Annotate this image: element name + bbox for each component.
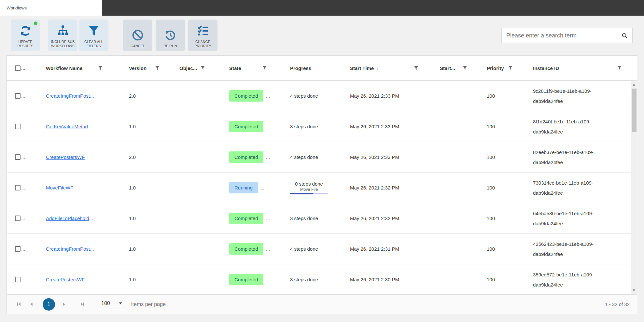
previous-page-button[interactable] [26, 300, 36, 309]
header-priority-label: Priority [487, 65, 504, 71]
vertical-scrollbar [631, 81, 637, 294]
header-progress[interactable]: Progress [272, 56, 342, 80]
priority-cell: 100 [472, 203, 518, 233]
state-badge: Completed [229, 274, 263, 285]
start-time-cell: May 26, 2021 2:32 PM [342, 203, 424, 233]
workflow-name-link[interactable]: CreateImgFromPost [46, 246, 90, 252]
state-cell: Completed ... [210, 264, 272, 295]
header-state-label: State [229, 65, 241, 71]
clear-filters-label-2: FILTERS [87, 44, 101, 48]
scrollbar-thumb[interactable] [632, 89, 637, 132]
instance-id-line2: dab9fda24fee [533, 280, 594, 290]
row-select-ellipsis: ... [21, 93, 25, 99]
instance-id-line1: 8f1d240f-be1e-11eb-a109- [533, 117, 591, 127]
version-filter-icon[interactable] [155, 66, 160, 70]
row-select-cell: ... [7, 111, 38, 142]
first-page-button[interactable] [14, 300, 24, 309]
workflow-name-link[interactable]: CreatePostersWF [46, 154, 85, 160]
version-cell: 1.0 [108, 173, 165, 203]
instance-id-filter-icon[interactable] [617, 66, 622, 70]
workflow-name-link[interactable]: CreatePostersWF [46, 277, 85, 282]
instance-id-line1: 359ed572-be1e-11eb-a109- [533, 270, 594, 280]
header-select-all[interactable]: ... [7, 56, 38, 80]
change-priority-button[interactable]: CHANGEPRIORITY [188, 20, 217, 51]
instance-id-line1: 64e5a586-be1e-11eb-a109- [533, 208, 594, 218]
priority-filter-icon[interactable] [508, 66, 513, 70]
workflow-name-link[interactable]: MoveFileWF [46, 185, 73, 190]
header-select-ellipsis: ... [21, 65, 25, 71]
header-object[interactable]: Objec... [165, 56, 210, 80]
row-select-ellipsis: ... [21, 246, 25, 252]
tab-title: Workflows [7, 6, 27, 10]
search-input[interactable] [502, 32, 622, 39]
cancel-button[interactable]: CANCEL [123, 20, 152, 51]
last-page-button[interactable] [77, 300, 87, 309]
started-cell [424, 81, 472, 111]
header-start-time[interactable]: Start Time ↓ [342, 56, 424, 80]
cancel-icon [131, 28, 144, 42]
instance-id-line1: 9c2811f9-be1e-11eb-a109- [533, 86, 592, 96]
instance-id-line2: dab9fda24fee [533, 188, 593, 198]
tab-workflows[interactable]: Workflows [0, 0, 102, 16]
update-indicator-dot [34, 21, 37, 25]
started-filter-icon[interactable] [463, 66, 467, 70]
progress-cell: 4 steps done [272, 234, 342, 264]
row-select-ellipsis: ... [21, 216, 25, 221]
workflow-name-cell: MoveFileWF [38, 173, 108, 203]
include-sub-label-1: INCLUDE SUB [51, 40, 75, 44]
start-time-filter-icon[interactable] [414, 66, 418, 70]
next-page-button[interactable] [59, 300, 69, 309]
update-results-button[interactable]: UPDATERESULTS [11, 20, 40, 51]
header-state[interactable]: State [210, 56, 272, 80]
state-ellipsis: ... [266, 93, 270, 99]
workflow-name-link[interactable]: CreateImgFromPost [46, 93, 90, 99]
page-range-label: 1 - 32 of 32 [605, 301, 630, 307]
page-size-dropdown[interactable]: 100 [99, 299, 125, 309]
header-priority[interactable]: Priority [472, 56, 518, 80]
re-run-button[interactable]: RE RUN [156, 20, 185, 51]
instance-id-line2: dab9fda24fee [533, 218, 594, 229]
row-checkbox[interactable] [15, 124, 21, 129]
grid-header: ... Workflow Name Version Objec... State [7, 56, 637, 81]
workflow-name-link[interactable]: GetKeyValueMetad [46, 124, 88, 129]
state-ellipsis: ... [266, 277, 270, 282]
scrollbar-down-arrow-icon[interactable] [633, 289, 635, 291]
priority-cell: 100 [472, 111, 518, 142]
instance-id-line2: dab9fda24fee [533, 249, 594, 259]
row-checkbox[interactable] [15, 93, 21, 99]
row-checkbox[interactable] [15, 185, 21, 190]
header-workflow-name[interactable]: Workflow Name [38, 56, 108, 80]
current-page-button[interactable]: 1 [43, 298, 55, 311]
table-row: ... CreatePostersWF 1.0 Completed ... 3 … [7, 264, 637, 295]
instance-id-line1: 42562423-be1e-11eb-a109- [533, 239, 594, 249]
scrollbar-up-arrow-icon[interactable] [633, 84, 635, 86]
version-cell: 1.0 [108, 203, 165, 233]
workflow-name-link[interactable]: AddFileToPlacehold [46, 216, 89, 221]
object-filter-icon[interactable] [201, 66, 205, 70]
row-select-cell: ... [7, 234, 38, 264]
include-sub-workflows-button[interactable]: INCLUDE SUBWORKFLOWS [48, 20, 77, 51]
dropdown-caret-icon [119, 302, 122, 304]
clear-filters-label-1: CLEAR ALL [84, 40, 103, 44]
clear-all-filters-button[interactable]: CLEAR ALLFILTERS [79, 20, 108, 51]
header-version-label: Version [129, 65, 147, 71]
select-all-checkbox[interactable] [15, 65, 21, 71]
row-select-cell: ... [7, 142, 38, 172]
priority-cell: 100 [472, 81, 518, 111]
progress-bar [290, 193, 328, 194]
state-cell: Running ... [210, 173, 272, 203]
workflow-name-filter-icon[interactable] [98, 66, 103, 70]
table-row: ... CreateImgFromPost... 1.0 Completed .… [7, 234, 637, 264]
header-version[interactable]: Version [108, 56, 165, 80]
started-cell [424, 142, 472, 172]
row-checkbox[interactable] [15, 246, 21, 252]
row-checkbox[interactable] [15, 277, 21, 282]
instance-id-line2: dab9fda24fee [533, 96, 592, 106]
search-icon[interactable] [622, 33, 628, 39]
state-filter-icon[interactable] [262, 66, 267, 70]
header-instance-id[interactable]: Instance ID [518, 56, 631, 80]
row-checkbox[interactable] [15, 154, 21, 160]
start-time-cell: May 26, 2021 2:33 PM [342, 81, 424, 111]
row-checkbox[interactable] [15, 216, 21, 221]
header-started[interactable]: Start... [424, 56, 472, 80]
